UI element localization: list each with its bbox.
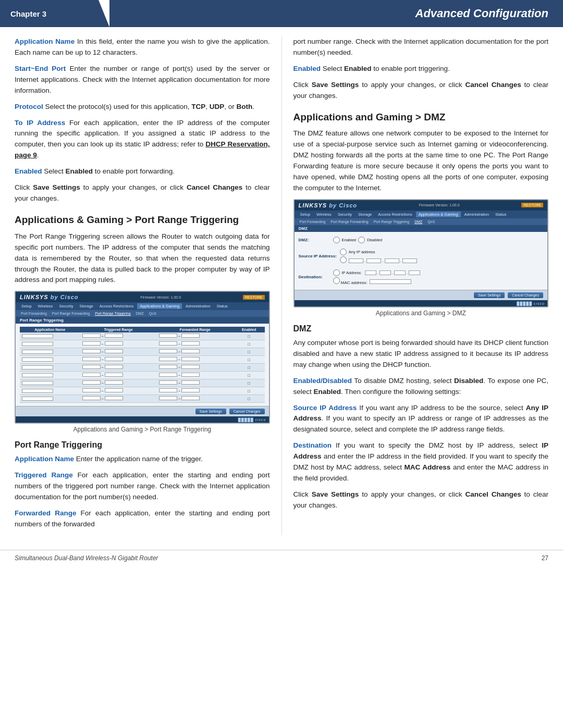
ip-addr-radio[interactable] [333,269,340,276]
nav-admin[interactable]: Administration [183,303,213,309]
table-row: ~ ~ □ [20,340,265,348]
dest-ip-2[interactable] [380,270,391,275]
save-settings-dmz-btn[interactable]: Save Settings [474,292,505,298]
restore-btn-dmz: RESTORE [521,203,543,207]
linksys-ui-dmz: LINKSYS by Cisco Firmware Version: 1.00.… [294,200,548,307]
nav-admin-dmz[interactable]: Administration [462,212,492,217]
nav-access-dmz[interactable]: Access Restrictions [375,212,414,217]
subnav-dmz[interactable]: DMZ [134,311,146,316]
dmz-screenshot: LINKSYS by Cisco Firmware Version: 1.00.… [293,199,549,307]
nav-storage[interactable]: Storage [77,303,95,309]
nav-wireless[interactable]: Wireless [35,303,56,309]
mac-addr-radio[interactable] [333,277,340,284]
nav-status-dmz[interactable]: Status [493,212,509,217]
subnav-prtrig-dmz[interactable]: Port Range Triggering [372,219,411,224]
ip-field-4[interactable] [402,258,417,263]
para-triggering-body: The Port Range Triggering screen allows … [15,231,270,286]
dest-ip-3[interactable] [394,270,406,275]
ip-field-1[interactable] [349,258,363,263]
ip-field-2[interactable] [366,258,381,263]
page-header: Chapter 3 Advanced Configuration [0,0,563,27]
para-enabled-fwd: Enabled Select Enabled to enable port fo… [15,166,270,177]
term-forwarded: Forwarded Range [15,509,76,517]
th-enabled: Enabled [234,327,265,332]
source-ip-row: Source IP Address: Any IP address [299,249,544,264]
para-right-portrange: port number range. Check with the Intern… [293,36,549,58]
table-row: ~ ~ □ [20,364,265,372]
linksys-subnav-dmz: Port Forwarding Port Range Forwarding Po… [295,218,548,225]
bold-both: Both [236,103,252,110]
subnav-dmz-active[interactable]: DMZ [412,219,424,224]
save-settings-btn[interactable]: Save Settings [195,409,226,414]
title-text: Advanced Configuration [415,7,548,20]
caption-triggering: Applications and Gaming > Port Range Tri… [15,426,270,433]
subnav-pfwd-dmz[interactable]: Port Forwarding [298,219,328,224]
any-ip-radio[interactable] [340,249,347,255]
linksys-footer-triggering: Save Settings Cancel Changes [16,406,269,416]
page-footer: Simultaneous Dual-Band Wireless-N Gigabi… [0,550,563,566]
linksys-logo: LINKSYS by Cisco [20,294,79,300]
linksys-header: LINKSYS by Cisco Firmware Version: 1.00.… [16,292,269,302]
th-triggered: Triggered Range [80,327,157,332]
term-destination: Destination [293,441,332,449]
th-app-name: Application Name [20,327,80,332]
subnav-port-fwd[interactable]: Port Forwarding [19,311,49,316]
nav-status[interactable]: Status [214,303,230,309]
table-row: ~ ~ □ [20,348,265,356]
cisco-logo-dmz: █████ cisco [295,300,548,306]
table-row: ~ ~ □ [20,379,265,387]
dmz-disabled-radio[interactable] [358,237,365,243]
chapter-text: Chapter 3 [10,9,46,18]
para-start-end-port: Start~End Port Enter the number or range… [15,64,270,96]
para-forwarded-range: Forwarded Range For each application, en… [15,508,270,530]
mac-field[interactable] [370,279,411,284]
ip-addr-radio-group: IP Address: . . . [333,269,421,276]
term-triggered: Triggered Range [15,471,73,479]
linksys-body-dmz: DMZ: Enabled Disabled Source IP Address: [295,232,548,290]
nav-setup[interactable]: Setup [19,303,34,309]
linksys-logo-dmz: LINKSYS by Cisco [299,202,358,208]
para-dmz-any-computer: Any computer whose port is being forward… [293,338,549,371]
specific-ip-radio[interactable] [340,256,347,263]
dmz-enabled-label: DMZ: [299,238,330,242]
main-content: Application Name In this field, enter th… [0,27,563,545]
table-row: ~ ~ □ [20,332,265,340]
caption-dmz: Applications and Gaming > DMZ [293,310,549,317]
nav-apps-gaming-dmz[interactable]: Applications & Gaming [416,212,461,217]
subnav-qos[interactable]: QoS [147,311,158,316]
left-column: Application Name In this field, enter th… [15,36,282,535]
subnav-port-range-trig[interactable]: Port Range Triggering [93,311,132,316]
cancel-changes-btn[interactable]: Cancel Changes [229,409,265,414]
dest-ip-4[interactable] [409,270,420,275]
subnav-prfwd-dmz[interactable]: Port Range Forwarding [328,219,370,224]
term-sub-appname: Application Name [15,455,74,463]
para-triggered-range: Triggered Range For each application, en… [15,470,270,503]
nav-apps-gaming[interactable]: Applications & Gaming [137,303,182,309]
para-protocol: Protocol Select the protocol(s) used for… [15,102,270,113]
destination-label: Destination: [299,275,330,279]
linksys-nav-dmz: Setup Wireless Security Storage Access R… [295,211,548,218]
nav-storage-dmz[interactable]: Storage [356,212,374,217]
cisco-logo: █████ cisco [16,416,269,423]
text-protocol: Select the protocol(s) used for this app… [43,103,191,110]
ip-field-3[interactable] [385,258,399,263]
table-row: ~ ~ □ [20,356,265,364]
term-app-name: Application Name [15,38,75,45]
nav-access[interactable]: Access Restrictions [97,303,136,309]
dest-ip-1[interactable] [365,270,376,275]
nav-security-dmz[interactable]: Security [335,212,354,217]
subnav-qos-dmz[interactable]: QoS [425,219,437,224]
table-row: ~ ~ □ [20,372,265,379]
para-save-fwd: Click Save Settings to apply your change… [15,182,270,204]
nav-setup-dmz[interactable]: Setup [298,212,313,217]
dmz-enabled-radio[interactable] [333,237,340,243]
subnav-port-range-fwd[interactable]: Port Range Forwarding [50,311,92,316]
table-row: ~ ~ □ [20,395,265,403]
th-forwarded: Forwarded Range [157,327,234,332]
cancel-changes-dmz-btn[interactable]: Cancel Changes [508,292,543,298]
para-source-ip: Source IP Address If you want any IP add… [293,403,549,436]
nav-wireless-dmz[interactable]: Wireless [314,212,334,217]
firmware-dmz: Firmware Version: 1.00.0 [419,203,460,207]
nav-security[interactable]: Security [56,303,76,309]
right-column: port number range. Check with the Intern… [282,36,549,535]
